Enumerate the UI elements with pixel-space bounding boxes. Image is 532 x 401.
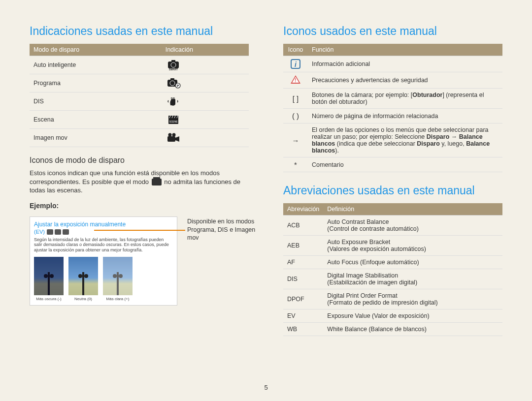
abbr-label: AEB <box>283 236 323 256</box>
abbr-def: White Balance (Balance de blancos) <box>323 323 502 336</box>
modes-table: Modo de disparo Indicación Auto intelige… <box>30 44 249 147</box>
svg-rect-6 <box>170 78 174 80</box>
abbr-col-def: Definición <box>323 203 502 216</box>
table-row: ! Precauciones y advertencias de segurid… <box>283 72 502 89</box>
example-thumb: Más clara (+) <box>103 257 133 301</box>
table-row: * Comentario <box>283 157 502 172</box>
example-thumb: Más oscura (-) <box>34 257 64 301</box>
icons-col-icon: Icono <box>283 44 308 56</box>
table-row: EVExposure Value (Valor de exposición) <box>283 309 502 323</box>
icon-desc: Número de página de información relacion… <box>308 109 502 123</box>
ev-label: (EV) <box>34 229 45 235</box>
video-camera-icon <box>166 132 181 144</box>
abbr-def: Exposure Value (Valor de exposición) <box>323 309 502 323</box>
mode-icon-cell: SCENE <box>162 111 249 129</box>
modes-col-indication: Indicación <box>162 44 249 56</box>
thumb-caption: Más oscura (-) <box>34 297 64 301</box>
left-column: Indicaciones usadas en este manual Modo … <box>30 25 249 336</box>
icons-col-function: Función <box>308 44 502 56</box>
subheading-mode-icons: Iconos de modo de disparo <box>30 156 249 165</box>
callout-connector <box>94 230 185 231</box>
mode-icon-cell: P <box>162 74 249 93</box>
icon-desc: Precauciones y advertencias de seguridad <box>308 72 502 89</box>
icon-desc: Información adicional <box>308 56 502 72</box>
abbr-label: DPOF <box>283 289 323 309</box>
svg-text:DIS: DIS <box>170 97 175 100</box>
table-row: WBWhite Balance (Balance de blancos) <box>283 323 502 336</box>
table-row: [ ] Botones de la cámara; por ejemplo: [… <box>283 89 502 109</box>
parentheses-icon: ( ) <box>290 112 301 120</box>
mode-label: DIS <box>30 93 162 111</box>
thumb-caption: Más clara (+) <box>103 297 133 301</box>
mode-icon-cell: DIS <box>162 93 249 111</box>
table-row: DPOFDigital Print Order Format(Formato d… <box>283 289 502 309</box>
mode-icon-cell: SMART <box>162 56 249 74</box>
hand-dis-icon <box>55 229 61 235</box>
mode-icons-paragraph: Estos iconos indican que una función est… <box>30 169 249 195</box>
table-row: Imagen mov <box>30 129 249 147</box>
abbr-label: ACB <box>283 216 323 236</box>
mode-label: Escena <box>30 111 162 129</box>
camera-p-icon <box>47 229 53 235</box>
mode-label: Auto inteligente <box>30 56 162 74</box>
section-heading-icons: Iconos usados en este manual <box>283 25 502 38</box>
icon-desc: Botones de la cámara; por ejemplo: [Obtu… <box>308 89 502 109</box>
scene-clapper-icon <box>152 179 162 185</box>
abbr-def: Digital Print Order Format(Formato de pe… <box>323 289 502 309</box>
svg-marker-18 <box>175 136 179 142</box>
svg-text:SCENE: SCENE <box>169 120 178 123</box>
abbr-table: Abreviación Definición ACBAuto Contrast … <box>283 203 502 336</box>
abbr-def: Auto Focus (Enfoque automático) <box>323 256 502 269</box>
icon-desc: El orden de las opciones o los menús que… <box>308 123 502 157</box>
abbr-label: AF <box>283 256 323 269</box>
svg-text:P: P <box>176 84 179 88</box>
section-heading-abbr: Abreviaciones usadas en este manual <box>283 184 502 197</box>
camera-p-icon: P <box>166 77 181 89</box>
table-row: ( ) Número de página de información rela… <box>283 109 502 123</box>
arrow-icon: → <box>290 136 301 145</box>
abbr-label: DIS <box>283 269 323 289</box>
mode-label: Imagen mov <box>30 129 162 147</box>
mode-icon-cell <box>162 129 249 147</box>
abbr-def: Digital Image Stabilisation(Estabilizaci… <box>323 269 502 289</box>
modes-col-label: Modo de disparo <box>30 44 162 56</box>
svg-point-5 <box>170 81 175 86</box>
icons-table: Icono Función i Información adicional ! … <box>283 44 502 172</box>
example-thumb: Neutra (0) <box>68 257 98 301</box>
abbr-label: EV <box>283 309 323 323</box>
table-row: Escena SCENE <box>30 111 249 129</box>
table-row: ACBAuto Contrast Balance(Control de cont… <box>283 216 502 236</box>
mode-icons-row <box>47 229 69 235</box>
right-column: Iconos usados en este manual Icono Funci… <box>283 25 502 336</box>
svg-point-20 <box>172 133 175 137</box>
table-row: Auto inteligente SMART <box>30 56 249 74</box>
table-row: DISDigital Image Stabilisation(Estabiliz… <box>283 269 502 289</box>
abbr-def: Auto Exposure Bracket(Valores de exposic… <box>323 236 502 256</box>
svg-text:SMART: SMART <box>169 68 178 71</box>
callout-text: Disponible en los modos Programa, DIS e … <box>187 217 266 243</box>
icon-desc: Comentario <box>308 157 502 172</box>
example-box: Ajustar la exposición manualmente (EV) S… <box>30 216 177 306</box>
table-row: i Información adicional <box>283 56 502 72</box>
svg-rect-17 <box>167 136 175 142</box>
svg-point-19 <box>168 133 171 137</box>
info-note-icon: i <box>291 59 300 69</box>
section-heading-indications: Indicaciones usadas en este manual <box>30 25 249 38</box>
table-row: DIS DIS <box>30 93 249 111</box>
table-row: Programa P <box>30 74 249 93</box>
abbr-col-abbr: Abreviación <box>283 203 323 216</box>
abbr-label: WB <box>283 323 323 336</box>
smart-camera-icon: SMART <box>166 59 181 71</box>
brackets-icon: [ ] <box>290 94 301 103</box>
example-description: Según la intensidad de la luz del ambien… <box>34 237 173 253</box>
abbr-def: Auto Contrast Balance(Control de contras… <box>323 216 502 236</box>
mode-label: Programa <box>30 74 162 93</box>
table-row: → El orden de las opciones o los menús q… <box>283 123 502 157</box>
video-camera-icon <box>63 229 69 235</box>
warning-icon: ! <box>291 75 300 84</box>
hand-dis-icon: DIS <box>166 95 181 107</box>
table-row: AEBAuto Exposure Bracket(Valores de expo… <box>283 236 502 256</box>
scene-clapper-icon: SCENE <box>166 114 181 125</box>
svg-point-1 <box>171 62 176 67</box>
svg-rect-2 <box>171 60 175 62</box>
